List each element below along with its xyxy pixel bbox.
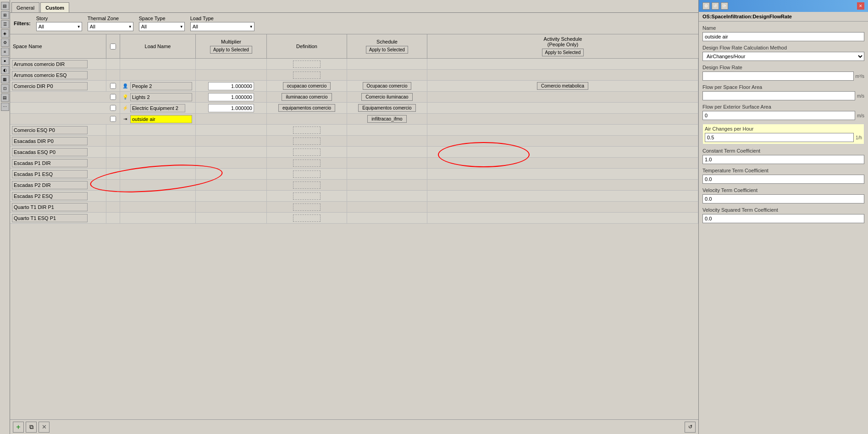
refresh-button[interactable]: ↺ xyxy=(685,422,696,433)
infiltration-icon: ⇥ xyxy=(122,116,128,122)
sidebar-icon-11[interactable]: ▤ xyxy=(1,93,9,102)
multiplier-equip[interactable] xyxy=(208,104,254,112)
field-name-group: Name xyxy=(702,25,864,41)
dashed-box xyxy=(293,126,321,134)
titlebar-icon-gear[interactable]: ⚙ xyxy=(702,2,710,10)
filter-story: Story All xyxy=(36,16,82,31)
tab-custom[interactable]: Custom xyxy=(40,2,69,12)
close-icon[interactable]: ✕ xyxy=(857,2,864,10)
space-name-input-2[interactable] xyxy=(12,71,88,79)
add-button[interactable]: + xyxy=(13,422,24,433)
field-calc-method-select[interactable]: AirChanges/Hour Flow/Space Flow/Exterior… xyxy=(702,52,864,61)
field-flow-exterior-input[interactable] xyxy=(702,111,855,120)
def-btn-people[interactable]: ocupacao comercio xyxy=(283,82,331,90)
def-btn-equip[interactable]: equipamentos comercio xyxy=(278,104,335,112)
titlebar-icon-forward[interactable]: ⟳ xyxy=(721,2,728,10)
load-checkbox-people[interactable] xyxy=(110,83,116,89)
table-row xyxy=(10,180,698,191)
story-select-wrapper: All xyxy=(36,22,82,31)
field-temp-term-input[interactable] xyxy=(702,175,864,184)
table-row xyxy=(10,59,698,70)
field-flow-floor-unit: m/s xyxy=(857,93,864,99)
dashed-box xyxy=(293,214,321,222)
space-name-input-6[interactable] xyxy=(12,148,88,156)
multiplier-people[interactable] xyxy=(208,82,254,90)
space-type-select-wrapper: All xyxy=(139,22,185,31)
sidebar-icon-7[interactable]: ● xyxy=(1,57,9,65)
sidebar-icon-4[interactable]: ◈ xyxy=(1,29,9,38)
field-flow-floor-group: Flow per Space Floor Area m/s xyxy=(702,84,864,100)
sidebar-icon-2[interactable]: ⊞ xyxy=(1,11,9,19)
load-name-equip[interactable] xyxy=(130,104,185,112)
sidebar-icon-9[interactable]: ▦ xyxy=(1,75,9,83)
dashed-box xyxy=(293,137,321,145)
space-name-input-10[interactable] xyxy=(12,192,88,200)
panel-content: Name Design Flow Rate Calculation Method… xyxy=(699,22,868,434)
space-name-input-8[interactable] xyxy=(12,170,88,178)
apply-schedule-btn[interactable]: Apply to Selected xyxy=(366,46,408,54)
titlebar-icon-back[interactable]: ↺ xyxy=(712,2,719,10)
field-name-input[interactable] xyxy=(702,32,864,41)
field-flow-exterior-row: m/s xyxy=(702,111,864,120)
dashed-box xyxy=(293,159,321,167)
field-design-flow-rate-input[interactable] xyxy=(702,71,854,81)
filter-space-type: Space Type All xyxy=(139,16,185,31)
table-container: Space Name Load Name Multiplier Apply to… xyxy=(10,34,698,419)
field-velocity-term-group: Velocity Term Coefficient xyxy=(702,187,864,203)
sidebar-icon-6[interactable]: ≡ xyxy=(1,48,9,56)
load-checkbox-equip[interactable] xyxy=(110,105,116,111)
remove-button[interactable]: ✕ xyxy=(39,422,50,433)
def-btn-lights[interactable]: iluminacao comercio xyxy=(282,93,332,101)
duplicate-button[interactable]: ⧉ xyxy=(26,422,37,433)
space-name-input-5[interactable] xyxy=(12,137,88,145)
field-design-flow-rate-row: m³/s xyxy=(702,71,864,81)
sched-btn-infiltration[interactable]: infiltracao_ifmo xyxy=(367,115,406,123)
sched-btn-people[interactable]: Ocupacao comercio xyxy=(363,82,412,90)
field-temp-term-group: Temperature Term Coefficient xyxy=(702,168,864,184)
space-name-input-12[interactable] xyxy=(12,214,88,222)
sidebar-icon-1[interactable]: ▤ xyxy=(1,2,9,10)
filters-row: Filters: Story All Thermal Zone All Spac… xyxy=(10,13,698,34)
lights-icon: 💡 xyxy=(122,94,128,100)
field-velocity-sq-term-input[interactable] xyxy=(702,214,864,223)
field-flow-floor-input[interactable] xyxy=(702,91,855,100)
field-air-changes-input[interactable] xyxy=(705,133,854,142)
field-constant-term-input[interactable] xyxy=(702,155,864,164)
sidebar-icon-8[interactable]: ◐ xyxy=(1,66,9,74)
thermal-zone-select[interactable]: All xyxy=(88,22,133,31)
load-checkbox-lights[interactable] xyxy=(110,94,116,100)
load-type-select[interactable]: All xyxy=(190,22,254,31)
load-name-people[interactable] xyxy=(130,82,192,90)
field-flow-exterior-group: Flow per Exterior Surface Area m/s xyxy=(702,104,864,120)
field-design-flow-rate-group: Design Flow Rate m³/s xyxy=(702,65,864,81)
field-air-changes-row: 1/h xyxy=(705,133,862,142)
space-name-input-4[interactable] xyxy=(12,126,88,134)
load-name-lights[interactable] xyxy=(130,93,192,101)
select-all-checkbox[interactable] xyxy=(110,44,116,49)
space-name-input-3[interactable] xyxy=(12,82,88,90)
space-name-input-1[interactable] xyxy=(12,60,88,68)
titlebar-icons: ⚙ ↺ ⟳ xyxy=(702,2,728,10)
space-name-input-11[interactable] xyxy=(12,203,88,211)
sidebar-icon-10[interactable]: ⊡ xyxy=(1,84,9,93)
load-name-infiltration[interactable] xyxy=(130,115,192,123)
sidebar-icon-3[interactable]: ☰ xyxy=(1,20,9,28)
sched-btn-equip[interactable]: Equipamentos comercio xyxy=(358,104,415,112)
act-btn-people[interactable]: Comercio metabolica xyxy=(537,82,588,90)
sidebar-icon-12[interactable]: ⋯ xyxy=(1,103,9,111)
space-type-select[interactable]: All xyxy=(139,22,185,31)
apply-multiplier-btn[interactable]: Apply to Selected xyxy=(210,46,252,54)
field-constant-term-group: Constant Term Coefficient xyxy=(702,148,864,164)
main-area: General Custom Filters: Story All Therma… xyxy=(10,0,698,434)
sched-btn-lights[interactable]: Comercio iluminacao xyxy=(361,93,412,101)
load-checkbox-infiltration[interactable] xyxy=(110,116,116,122)
tab-bar: General Custom xyxy=(10,0,698,13)
multiplier-lights[interactable] xyxy=(208,93,254,101)
tab-general[interactable]: General xyxy=(11,2,39,12)
space-name-input-7[interactable] xyxy=(12,159,88,167)
story-select[interactable]: All xyxy=(36,22,82,31)
space-name-input-9[interactable] xyxy=(12,181,88,189)
apply-activity-btn[interactable]: Apply to Selected xyxy=(542,49,584,56)
sidebar-icon-5[interactable]: ⚙ xyxy=(1,38,9,47)
field-velocity-term-input[interactable] xyxy=(702,194,864,203)
